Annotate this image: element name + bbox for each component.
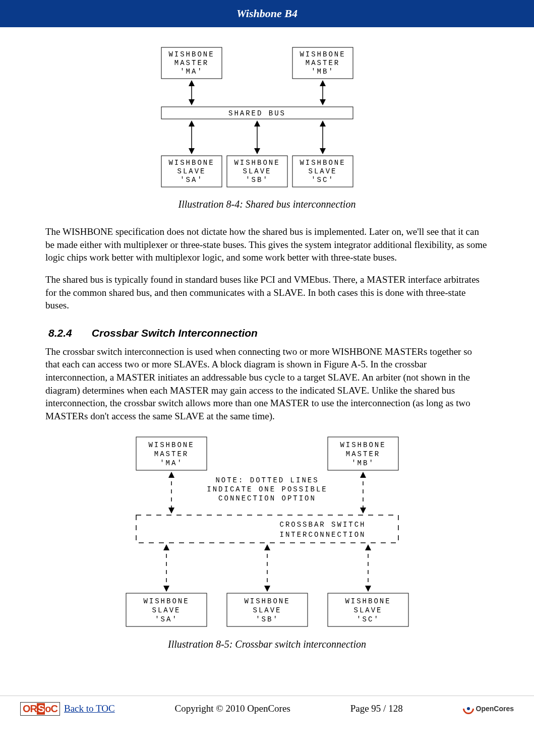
figure-8-5-caption: Illustration 8-5: Crossbar switch interc… — [45, 639, 489, 650]
svg-text:MASTER: MASTER — [154, 450, 188, 458]
svg-text:'SB': 'SB' — [246, 176, 269, 184]
svg-text:'MB': 'MB' — [351, 459, 375, 467]
header-title: Wishbone B4 — [236, 7, 298, 20]
svg-text:SLAVE: SLAVE — [177, 167, 206, 175]
svg-text:WISHBONE: WISHBONE — [340, 441, 386, 449]
svg-text:SLAVE: SLAVE — [308, 167, 337, 175]
figure-8-4-caption: Illustration 8-4: Shared bus interconnec… — [45, 199, 489, 210]
svg-text:WISHBONE: WISHBONE — [244, 597, 290, 605]
svg-text:NOTE: DOTTED LINES: NOTE: DOTTED LINES — [215, 476, 319, 484]
footer-page-number: Page 95 / 128 — [350, 703, 403, 714]
svg-text:WISHBONE: WISHBONE — [168, 50, 214, 58]
svg-text:CONNECTION OPTION: CONNECTION OPTION — [218, 494, 316, 502]
svg-text:WISHBONE: WISHBONE — [300, 50, 345, 58]
figure-8-4: WISHBONE MASTER 'MA' WISHBONE MASTER 'MB… — [45, 42, 489, 194]
svg-text:MASTER: MASTER — [345, 450, 380, 458]
svg-text:INTERCONNECTION: INTERCONNECTION — [279, 531, 366, 539]
svg-text:'SC': 'SC' — [357, 615, 380, 623]
section-title: Crossbar Switch Interconnection — [92, 327, 258, 339]
section-heading: 8.2.4 Crossbar Switch Interconnection — [48, 327, 489, 339]
svg-text:CROSSBAR SWITCH: CROSSBAR SWITCH — [279, 521, 366, 529]
section-number: 8.2.4 — [48, 327, 89, 339]
page-header: Wishbone B4 — [0, 0, 534, 27]
svg-text:SLAVE: SLAVE — [243, 167, 271, 175]
svg-text:WISHBONE: WISHBONE — [234, 159, 280, 167]
svg-text:'SA': 'SA' — [155, 615, 178, 623]
figure-8-5: WISHBONE MASTER 'MA' WISHBONE MASTER 'MB… — [45, 432, 489, 634]
svg-text:SLAVE: SLAVE — [353, 606, 382, 614]
orsoc-logo: ORSoC — [20, 702, 60, 716]
svg-text:MASTER: MASTER — [305, 59, 339, 67]
svg-text:'SA': 'SA' — [180, 176, 203, 184]
svg-text:WISHBONE: WISHBONE — [143, 597, 189, 605]
svg-text:SLAVE: SLAVE — [253, 606, 281, 614]
paragraph-3: The crossbar switch interconnection is u… — [45, 345, 489, 423]
page-footer: ORSoC Back to TOC Copyright © 2010 OpenC… — [0, 696, 534, 722]
footer-left: ORSoC Back to TOC — [20, 702, 115, 716]
svg-text:'SB': 'SB' — [256, 615, 279, 623]
svg-text:'MB': 'MB' — [311, 68, 334, 76]
svg-text:WISHBONE: WISHBONE — [345, 597, 391, 605]
paragraph-2: The shared bus is typically found in sta… — [45, 273, 489, 312]
svg-text:WISHBONE: WISHBONE — [148, 441, 194, 449]
svg-text:MASTER: MASTER — [174, 59, 208, 67]
svg-text:'SC': 'SC' — [311, 176, 334, 184]
footer-copyright: Copyright © 2010 OpenCores — [175, 703, 290, 714]
opencores-logo: OpenCores — [463, 703, 514, 714]
opencores-icon — [463, 703, 474, 714]
svg-text:WISHBONE: WISHBONE — [300, 159, 345, 167]
svg-text:'MA': 'MA' — [160, 459, 183, 467]
svg-text:'MA': 'MA' — [180, 68, 203, 76]
paragraph-1: The WISHBONE specification does not dict… — [45, 225, 489, 264]
svg-text:WISHBONE: WISHBONE — [168, 159, 214, 167]
svg-text:SLAVE: SLAVE — [152, 606, 181, 614]
svg-text:INDICATE ONE POSSIBLE: INDICATE ONE POSSIBLE — [207, 485, 327, 493]
svg-text:SHARED BUS: SHARED BUS — [228, 109, 285, 117]
back-to-toc-link[interactable]: Back to TOC — [64, 703, 115, 714]
opencores-label: OpenCores — [476, 705, 514, 713]
page-content: WISHBONE MASTER 'MA' WISHBONE MASTER 'MB… — [0, 27, 534, 675]
